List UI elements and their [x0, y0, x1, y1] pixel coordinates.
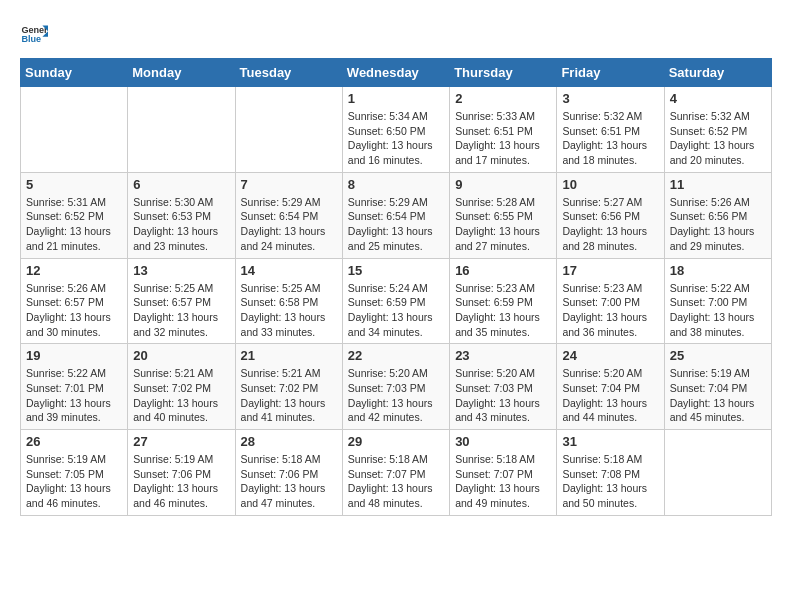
day-info: Sunrise: 5:28 AM Sunset: 6:55 PM Dayligh… [455, 195, 551, 254]
calendar-cell: 1Sunrise: 5:34 AM Sunset: 6:50 PM Daylig… [342, 87, 449, 173]
calendar-cell: 25Sunrise: 5:19 AM Sunset: 7:04 PM Dayli… [664, 344, 771, 430]
week-row-2: 5Sunrise: 5:31 AM Sunset: 6:52 PM Daylig… [21, 172, 772, 258]
day-number: 24 [562, 348, 658, 363]
calendar-cell: 4Sunrise: 5:32 AM Sunset: 6:52 PM Daylig… [664, 87, 771, 173]
day-info: Sunrise: 5:26 AM Sunset: 6:57 PM Dayligh… [26, 281, 122, 340]
logo: General Blue [20, 20, 52, 48]
calendar-cell [128, 87, 235, 173]
column-header-thursday: Thursday [450, 59, 557, 87]
day-number: 30 [455, 434, 551, 449]
day-number: 27 [133, 434, 229, 449]
day-info: Sunrise: 5:32 AM Sunset: 6:52 PM Dayligh… [670, 109, 766, 168]
day-info: Sunrise: 5:27 AM Sunset: 6:56 PM Dayligh… [562, 195, 658, 254]
day-number: 25 [670, 348, 766, 363]
day-number: 22 [348, 348, 444, 363]
day-number: 7 [241, 177, 337, 192]
day-info: Sunrise: 5:18 AM Sunset: 7:07 PM Dayligh… [348, 452, 444, 511]
day-info: Sunrise: 5:19 AM Sunset: 7:06 PM Dayligh… [133, 452, 229, 511]
calendar-cell: 6Sunrise: 5:30 AM Sunset: 6:53 PM Daylig… [128, 172, 235, 258]
day-number: 23 [455, 348, 551, 363]
calendar-cell [21, 87, 128, 173]
day-info: Sunrise: 5:30 AM Sunset: 6:53 PM Dayligh… [133, 195, 229, 254]
calendar-cell [235, 87, 342, 173]
day-number: 20 [133, 348, 229, 363]
day-info: Sunrise: 5:33 AM Sunset: 6:51 PM Dayligh… [455, 109, 551, 168]
day-info: Sunrise: 5:21 AM Sunset: 7:02 PM Dayligh… [133, 366, 229, 425]
calendar-cell: 28Sunrise: 5:18 AM Sunset: 7:06 PM Dayli… [235, 430, 342, 516]
day-number: 18 [670, 263, 766, 278]
column-header-friday: Friday [557, 59, 664, 87]
day-info: Sunrise: 5:23 AM Sunset: 6:59 PM Dayligh… [455, 281, 551, 340]
day-info: Sunrise: 5:21 AM Sunset: 7:02 PM Dayligh… [241, 366, 337, 425]
page-header: General Blue [20, 20, 772, 48]
calendar-cell: 29Sunrise: 5:18 AM Sunset: 7:07 PM Dayli… [342, 430, 449, 516]
calendar-cell: 12Sunrise: 5:26 AM Sunset: 6:57 PM Dayli… [21, 258, 128, 344]
day-number: 19 [26, 348, 122, 363]
day-info: Sunrise: 5:34 AM Sunset: 6:50 PM Dayligh… [348, 109, 444, 168]
calendar-cell: 13Sunrise: 5:25 AM Sunset: 6:57 PM Dayli… [128, 258, 235, 344]
header-row: SundayMondayTuesdayWednesdayThursdayFrid… [21, 59, 772, 87]
column-header-monday: Monday [128, 59, 235, 87]
day-number: 10 [562, 177, 658, 192]
day-number: 1 [348, 91, 444, 106]
day-number: 26 [26, 434, 122, 449]
day-info: Sunrise: 5:25 AM Sunset: 6:58 PM Dayligh… [241, 281, 337, 340]
week-row-3: 12Sunrise: 5:26 AM Sunset: 6:57 PM Dayli… [21, 258, 772, 344]
day-number: 31 [562, 434, 658, 449]
column-header-saturday: Saturday [664, 59, 771, 87]
calendar-cell: 16Sunrise: 5:23 AM Sunset: 6:59 PM Dayli… [450, 258, 557, 344]
day-number: 11 [670, 177, 766, 192]
day-info: Sunrise: 5:18 AM Sunset: 7:07 PM Dayligh… [455, 452, 551, 511]
day-info: Sunrise: 5:32 AM Sunset: 6:51 PM Dayligh… [562, 109, 658, 168]
calendar-cell: 15Sunrise: 5:24 AM Sunset: 6:59 PM Dayli… [342, 258, 449, 344]
calendar-cell: 24Sunrise: 5:20 AM Sunset: 7:04 PM Dayli… [557, 344, 664, 430]
column-header-tuesday: Tuesday [235, 59, 342, 87]
calendar-cell: 30Sunrise: 5:18 AM Sunset: 7:07 PM Dayli… [450, 430, 557, 516]
week-row-4: 19Sunrise: 5:22 AM Sunset: 7:01 PM Dayli… [21, 344, 772, 430]
calendar-cell: 3Sunrise: 5:32 AM Sunset: 6:51 PM Daylig… [557, 87, 664, 173]
calendar-cell: 5Sunrise: 5:31 AM Sunset: 6:52 PM Daylig… [21, 172, 128, 258]
day-number: 6 [133, 177, 229, 192]
day-number: 5 [26, 177, 122, 192]
calendar-cell: 18Sunrise: 5:22 AM Sunset: 7:00 PM Dayli… [664, 258, 771, 344]
day-number: 16 [455, 263, 551, 278]
day-info: Sunrise: 5:23 AM Sunset: 7:00 PM Dayligh… [562, 281, 658, 340]
day-number: 15 [348, 263, 444, 278]
calendar-cell [664, 430, 771, 516]
svg-text:Blue: Blue [21, 34, 41, 44]
calendar-cell: 17Sunrise: 5:23 AM Sunset: 7:00 PM Dayli… [557, 258, 664, 344]
calendar-table: SundayMondayTuesdayWednesdayThursdayFrid… [20, 58, 772, 516]
day-info: Sunrise: 5:22 AM Sunset: 7:00 PM Dayligh… [670, 281, 766, 340]
calendar-cell: 2Sunrise: 5:33 AM Sunset: 6:51 PM Daylig… [450, 87, 557, 173]
day-number: 2 [455, 91, 551, 106]
calendar-cell: 11Sunrise: 5:26 AM Sunset: 6:56 PM Dayli… [664, 172, 771, 258]
day-number: 17 [562, 263, 658, 278]
day-info: Sunrise: 5:19 AM Sunset: 7:04 PM Dayligh… [670, 366, 766, 425]
calendar-cell: 23Sunrise: 5:20 AM Sunset: 7:03 PM Dayli… [450, 344, 557, 430]
week-row-5: 26Sunrise: 5:19 AM Sunset: 7:05 PM Dayli… [21, 430, 772, 516]
day-info: Sunrise: 5:20 AM Sunset: 7:03 PM Dayligh… [455, 366, 551, 425]
calendar-cell: 27Sunrise: 5:19 AM Sunset: 7:06 PM Dayli… [128, 430, 235, 516]
day-number: 9 [455, 177, 551, 192]
calendar-cell: 9Sunrise: 5:28 AM Sunset: 6:55 PM Daylig… [450, 172, 557, 258]
calendar-cell: 26Sunrise: 5:19 AM Sunset: 7:05 PM Dayli… [21, 430, 128, 516]
day-info: Sunrise: 5:20 AM Sunset: 7:03 PM Dayligh… [348, 366, 444, 425]
day-info: Sunrise: 5:29 AM Sunset: 6:54 PM Dayligh… [348, 195, 444, 254]
calendar-cell: 20Sunrise: 5:21 AM Sunset: 7:02 PM Dayli… [128, 344, 235, 430]
day-number: 12 [26, 263, 122, 278]
day-number: 29 [348, 434, 444, 449]
day-info: Sunrise: 5:18 AM Sunset: 7:06 PM Dayligh… [241, 452, 337, 511]
calendar-cell: 8Sunrise: 5:29 AM Sunset: 6:54 PM Daylig… [342, 172, 449, 258]
calendar-cell: 14Sunrise: 5:25 AM Sunset: 6:58 PM Dayli… [235, 258, 342, 344]
calendar-cell: 10Sunrise: 5:27 AM Sunset: 6:56 PM Dayli… [557, 172, 664, 258]
column-header-sunday: Sunday [21, 59, 128, 87]
day-info: Sunrise: 5:26 AM Sunset: 6:56 PM Dayligh… [670, 195, 766, 254]
day-info: Sunrise: 5:22 AM Sunset: 7:01 PM Dayligh… [26, 366, 122, 425]
day-info: Sunrise: 5:19 AM Sunset: 7:05 PM Dayligh… [26, 452, 122, 511]
day-number: 8 [348, 177, 444, 192]
day-info: Sunrise: 5:31 AM Sunset: 6:52 PM Dayligh… [26, 195, 122, 254]
calendar-cell: 22Sunrise: 5:20 AM Sunset: 7:03 PM Dayli… [342, 344, 449, 430]
day-number: 4 [670, 91, 766, 106]
day-info: Sunrise: 5:29 AM Sunset: 6:54 PM Dayligh… [241, 195, 337, 254]
column-header-wednesday: Wednesday [342, 59, 449, 87]
